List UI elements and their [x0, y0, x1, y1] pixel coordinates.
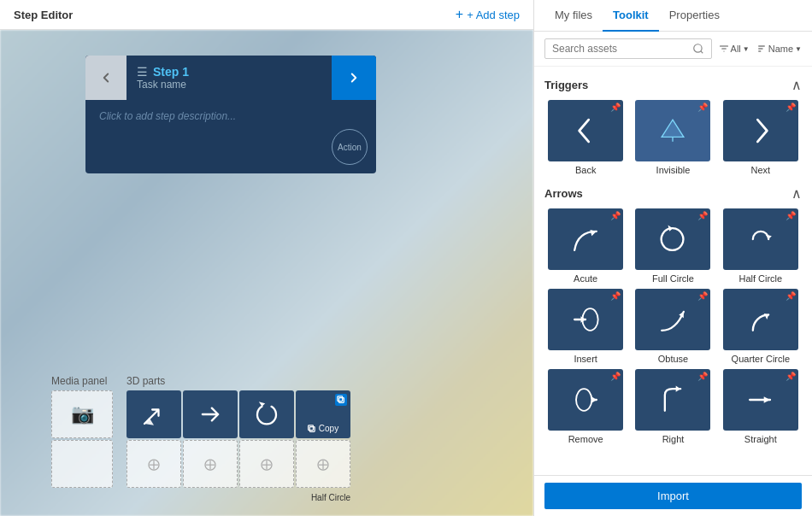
- filter-all-label: All: [731, 44, 741, 54]
- svg-point-6: [693, 44, 701, 52]
- svg-marker-22: [763, 396, 769, 402]
- asset-quarter-circle[interactable]: 📌 Quarter Circle: [720, 289, 802, 364]
- svg-marker-20: [591, 396, 597, 402]
- media-panel-section: Media panel 📷: [51, 375, 113, 488]
- parts-panel-section: 3D parts: [127, 375, 350, 502]
- pin-icon-insert: 📌: [610, 291, 621, 301]
- asset-straight-name: Straight: [744, 434, 777, 444]
- media-cell-2[interactable]: [51, 440, 113, 488]
- plus-icon: +: [456, 7, 463, 22]
- part-cell-7[interactable]: ⨁: [239, 440, 294, 488]
- step-name: Step 1: [153, 65, 189, 79]
- pin-icon-straight: 📌: [786, 372, 796, 381]
- filter-name-button[interactable]: Name ▼: [756, 44, 802, 54]
- arrows-grid: 📌 Acute 📌 Full Circle: [544, 208, 802, 444]
- part-cell-2[interactable]: [183, 390, 238, 438]
- asset-right-name: Right: [662, 434, 685, 444]
- add-step-label: + Add step: [467, 9, 520, 21]
- asset-back[interactable]: 📌 Back: [544, 100, 627, 175]
- asset-full-circle-thumb: 📌: [635, 208, 710, 270]
- step-nav-back-button[interactable]: [85, 56, 127, 100]
- action-label: Action: [338, 143, 362, 152]
- svg-point-19: [576, 389, 591, 411]
- asset-straight[interactable]: 📌 Straight: [720, 369, 802, 444]
- asset-insert-name: Insert: [574, 354, 597, 364]
- bottom-panels: Media panel 📷 3D parts: [51, 375, 350, 502]
- asset-half-circle-name: Half Circle: [738, 273, 782, 284]
- part-cell-6[interactable]: ⨁: [183, 440, 238, 488]
- asset-back-name: Back: [575, 165, 596, 175]
- step-nav-next-button[interactable]: [332, 56, 376, 100]
- filter-name-label: Name: [768, 44, 793, 54]
- search-icon: [692, 43, 704, 55]
- copy-badge: [335, 394, 347, 406]
- asset-half-circle[interactable]: 📌 Half Circle: [720, 208, 802, 284]
- filter-icon: [719, 44, 729, 54]
- toolkit-content: Triggers ∧ 📌 Back 📌: [534, 67, 812, 475]
- action-button[interactable]: Action: [332, 129, 368, 165]
- step-editor-panel: Step Editor + + Add step ☰ Step 1: [0, 0, 534, 516]
- search-input[interactable]: [552, 43, 689, 55]
- part-cell-8[interactable]: ⨁: [296, 440, 350, 488]
- filter-all-button[interactable]: All ▼: [719, 44, 750, 54]
- add-step-button[interactable]: + + Add step: [456, 7, 520, 22]
- step-description[interactable]: Click to add step description...: [85, 100, 376, 173]
- asset-next[interactable]: 📌 Next: [720, 100, 802, 175]
- pin-icon-quarter-circle: 📌: [786, 291, 796, 301]
- asset-quarter-circle-thumb: 📌: [723, 289, 798, 350]
- tabs-row: My files Toolkit Properties: [534, 0, 812, 32]
- asset-obtuse-name: Obtuse: [658, 354, 688, 364]
- filter-buttons: All ▼ Name ▼: [719, 44, 802, 54]
- media-icon: 📷: [71, 403, 94, 425]
- asset-acute-name: Acute: [574, 273, 597, 284]
- asset-obtuse-thumb: 📌: [635, 289, 710, 350]
- step-editor-title: Step Editor: [14, 9, 73, 21]
- svg-marker-21: [676, 386, 681, 392]
- tab-my-files[interactable]: My files: [544, 0, 603, 32]
- step-card: ☰ Step 1 Task name Click to add step des…: [85, 56, 376, 173]
- asset-remove[interactable]: 📌 Remove: [544, 369, 627, 444]
- svg-rect-3: [338, 396, 343, 402]
- half-circle-label: Half Circle: [127, 493, 350, 502]
- media-cell-1[interactable]: 📷: [51, 390, 113, 438]
- part-cell-copy[interactable]: Copy: [296, 390, 350, 438]
- task-name: Task name: [137, 79, 321, 91]
- asset-full-circle-name: Full Circle: [652, 273, 694, 284]
- tab-properties[interactable]: Properties: [659, 0, 730, 32]
- import-bar: Import: [534, 475, 812, 516]
- pin-icon-right: 📌: [697, 372, 708, 381]
- svg-rect-2: [339, 398, 344, 403]
- step-card-header: ☰ Step 1 Task name: [85, 56, 376, 100]
- triggers-section-header: Triggers ∧: [544, 77, 802, 93]
- asset-next-thumb: 📌: [723, 100, 798, 161]
- pin-icon-3: 📌: [786, 103, 796, 112]
- asset-insert-thumb: 📌: [548, 289, 623, 350]
- tab-toolkit[interactable]: Toolkit: [603, 0, 659, 32]
- asset-acute-thumb: 📌: [548, 208, 623, 270]
- asset-full-circle[interactable]: 📌 Full Circle: [632, 208, 714, 284]
- arrows-collapse-button[interactable]: ∧: [791, 185, 802, 202]
- right-panel: My files Toolkit Properties All ▼ Name ▼…: [534, 0, 812, 516]
- sort-chevron-icon: ▼: [795, 45, 802, 53]
- asset-quarter-circle-name: Quarter Circle: [732, 354, 790, 364]
- search-filter-row: All ▼ Name ▼: [534, 32, 812, 67]
- asset-right[interactable]: 📌 Right: [632, 369, 714, 444]
- pin-icon-half-circle: 📌: [786, 211, 796, 220]
- asset-right-thumb: 📌: [635, 369, 710, 431]
- svg-rect-4: [309, 426, 315, 431]
- triggers-collapse-button[interactable]: ∧: [791, 77, 802, 93]
- asset-invisible[interactable]: 📌 Invisible: [632, 100, 714, 175]
- part-cell-1[interactable]: [127, 390, 181, 438]
- import-button[interactable]: Import: [544, 483, 802, 509]
- step-editor-header: Step Editor + + Add step: [0, 0, 533, 30]
- pin-icon: 📌: [610, 103, 621, 112]
- asset-obtuse[interactable]: 📌 Obtuse: [632, 289, 714, 364]
- asset-remove-thumb: 📌: [548, 369, 623, 431]
- asset-insert[interactable]: 📌 Insert: [544, 289, 627, 364]
- svg-rect-5: [309, 425, 314, 430]
- part-cell-5[interactable]: ⨁: [127, 440, 181, 488]
- part-cell-3[interactable]: [239, 390, 294, 438]
- asset-straight-thumb: 📌: [723, 369, 798, 431]
- pin-icon-remove: 📌: [610, 372, 621, 381]
- asset-acute[interactable]: 📌 Acute: [544, 208, 627, 284]
